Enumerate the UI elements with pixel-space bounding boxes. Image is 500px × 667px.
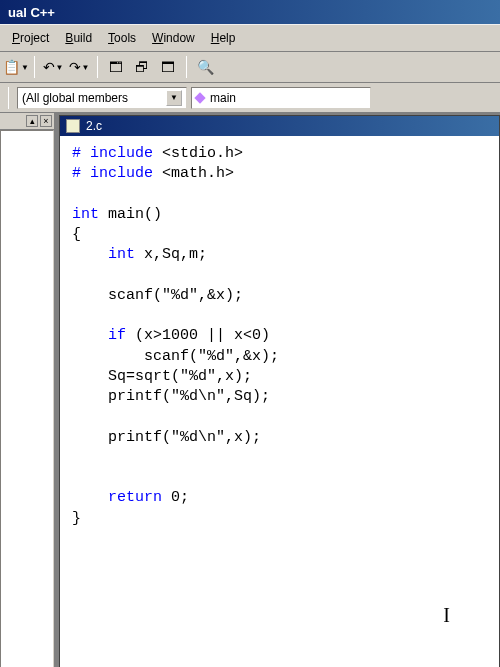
code-keyword: int [72, 206, 99, 223]
members-combo-text: main [210, 91, 236, 105]
diamond-icon [194, 92, 205, 103]
windows-icon: 🗖 [161, 59, 175, 75]
menu-tools[interactable]: Tools [102, 29, 142, 47]
panel-pin-icon[interactable]: ▴ [26, 115, 38, 127]
code-text: <stdio.h> [162, 145, 243, 162]
file-icon [66, 119, 80, 133]
workspace: ▴ × 2.c # include <stdio.h> # include <m… [0, 113, 500, 667]
code-preproc: # include [72, 145, 162, 162]
paste-button[interactable]: 📋▼ [4, 55, 28, 79]
menu-window[interactable]: Window [146, 29, 201, 47]
menu-build[interactable]: Build [59, 29, 98, 47]
output-icon: 🗗 [135, 59, 149, 75]
globals-combo[interactable]: (All global members ▼ [17, 87, 187, 109]
workspace-icon: 🗔 [109, 59, 123, 75]
chevron-down-icon[interactable]: ▼ [166, 90, 182, 106]
code-keyword: if [72, 327, 126, 344]
code-text: (x>1000 || x<0) [126, 327, 270, 344]
chevron-down-icon: ▼ [21, 63, 29, 72]
editor-area: 2.c # include <stdio.h> # include <math.… [55, 113, 500, 667]
text-cursor-icon: I [443, 604, 450, 627]
code-preproc: # include [72, 165, 162, 182]
code-editor[interactable]: # include <stdio.h> # include <math.h> i… [60, 136, 499, 667]
side-panel-body [0, 130, 54, 667]
member-bar: (All global members ▼ main [0, 83, 500, 113]
editor-titlebar: 2.c [60, 116, 499, 136]
panel-close-icon[interactable]: × [40, 115, 52, 127]
side-panel: ▴ × [0, 113, 55, 667]
paste-icon: 📋 [3, 59, 20, 75]
find-icon: 🔍 [197, 59, 214, 75]
editor-filename: 2.c [86, 119, 102, 133]
redo-icon: ↷ [69, 59, 81, 75]
editor-window: 2.c # include <stdio.h> # include <math.… [59, 115, 500, 667]
code-text: scanf("%d",&x); [72, 348, 279, 365]
code-text: x,Sq,m; [135, 246, 207, 263]
toolbar-separator [97, 56, 98, 78]
title-bar: ual C++ [0, 0, 500, 24]
code-text: { [72, 226, 81, 243]
toolbar: 📋▼ ↶▼ ↷▼ 🗔 🗗 🗖 🔍 [0, 51, 500, 83]
undo-button[interactable]: ↶▼ [41, 55, 65, 79]
undo-icon: ↶ [43, 59, 55, 75]
menu-project[interactable]: Project [6, 29, 55, 47]
code-text: main() [99, 206, 162, 223]
members-combo[interactable]: main [191, 87, 371, 109]
code-text: scanf("%d",&x); [72, 287, 243, 304]
code-text: <math.h> [162, 165, 234, 182]
code-text: 0; [162, 489, 189, 506]
toolbar-separator [34, 56, 35, 78]
workspace-button[interactable]: 🗔 [104, 55, 128, 79]
code-text: printf("%d\n",Sq); [72, 388, 270, 405]
app-title: ual C++ [8, 5, 55, 20]
menu-bar: Project Build Tools Window Help [0, 24, 500, 51]
find-button[interactable]: 🔍 [193, 55, 217, 79]
chevron-down-icon: ▼ [56, 63, 64, 72]
menu-help[interactable]: Help [205, 29, 242, 47]
toolbar-separator [186, 56, 187, 78]
code-text: Sq=sqrt("%d",x); [72, 368, 252, 385]
code-keyword: int [72, 246, 135, 263]
side-panel-header: ▴ × [0, 113, 54, 130]
code-text: printf("%d\n",x); [72, 429, 261, 446]
code-keyword: return [72, 489, 162, 506]
window-list-button[interactable]: 🗖 [156, 55, 180, 79]
code-text: } [72, 510, 81, 527]
output-button[interactable]: 🗗 [130, 55, 154, 79]
toolbar-separator [8, 87, 9, 109]
chevron-down-icon: ▼ [82, 63, 90, 72]
redo-button[interactable]: ↷▼ [67, 55, 91, 79]
globals-combo-text: (All global members [22, 91, 128, 105]
